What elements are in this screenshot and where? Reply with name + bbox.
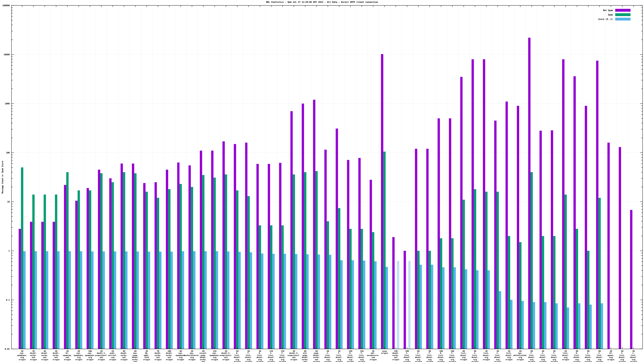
bar-spam xyxy=(168,189,171,349)
y-axis-title: Message Count or Spam Score xyxy=(2,161,4,194)
bar-spam xyxy=(598,198,601,349)
bar-score xyxy=(193,251,196,349)
bar-spam xyxy=(519,242,522,349)
x-group-label: 6@2.list.dnswl.orgorigin xyxy=(415,350,422,362)
bar-spam xyxy=(225,174,227,349)
bar-score xyxy=(431,265,433,349)
bar-spam xyxy=(462,200,465,349)
bar-score xyxy=(499,291,501,349)
x-group-label: 5@Y.list.dnswl.orgorigin xyxy=(245,350,252,362)
bar-not-spam xyxy=(336,128,338,349)
rbl-statistics-window: RBL Statistics - Wed Jul 27 12:58:06 EDT… xyxy=(0,0,644,362)
x-group-label: 5@1.list.dnswl.orgorigin xyxy=(324,350,331,362)
bar-spam xyxy=(66,172,69,349)
bar-not-spam xyxy=(166,170,168,349)
bar-score xyxy=(204,251,207,349)
x-group-label: 6@old.spam.dnsbl.sorbs.netorigin xyxy=(302,350,308,362)
x-group-label: 5@0.list.dnswl.orgorigin xyxy=(234,350,241,362)
bar-not-spam xyxy=(154,182,157,349)
bar-score xyxy=(216,251,218,349)
x-group-label: 2@bl.spamcop.netorigin xyxy=(63,350,72,361)
x-group-label: 2@dnsbl-3.uceprotect.netorigin xyxy=(288,350,300,361)
bar-not-spam xyxy=(222,141,225,349)
bar-spam xyxy=(78,190,80,349)
y-tick-label: 10000 xyxy=(4,53,10,56)
bar-spam xyxy=(123,172,126,349)
bar-spam xyxy=(292,174,295,349)
bar-spam xyxy=(553,236,556,349)
bar-spam xyxy=(372,232,374,349)
x-group-label: 11@Y.list.dnswl.orgorigin xyxy=(279,350,286,362)
bar-score xyxy=(340,260,343,349)
bar-not-spam xyxy=(426,149,429,349)
bar-spam xyxy=(236,190,238,349)
bar-not-spam xyxy=(562,59,564,349)
x-group-label: 2@db.wpbl.infoorigin xyxy=(143,350,150,361)
bar-score xyxy=(397,261,399,349)
bar-spam xyxy=(247,196,250,349)
bar-score xyxy=(386,267,388,349)
x-group-label: 3@1.list.dnswl.orgorigin xyxy=(494,350,501,362)
bar-score xyxy=(238,252,241,349)
bar-spam xyxy=(564,194,567,349)
bar-score xyxy=(125,251,128,349)
x-group-label: 9@2.list.dnswl.orgorigin xyxy=(596,350,603,362)
bar-not-spam xyxy=(132,163,134,349)
x-group-label: 3@list.dnswl.orgorigin xyxy=(483,350,490,361)
x-group-label: 6@Y.list.dnswl.orgorigin xyxy=(426,350,433,362)
bar-not-spam xyxy=(268,164,270,349)
legend-entry: Not Spam xyxy=(603,9,630,12)
y-tick-label: 100 xyxy=(6,152,10,154)
bar-spam xyxy=(214,178,216,349)
bar-score xyxy=(69,251,71,349)
y-tick-label: 10 xyxy=(7,201,10,203)
bar-spam xyxy=(259,225,261,349)
x-group-label: 3@dnsbl.sorbs.netorigin xyxy=(30,350,37,361)
bar-score xyxy=(522,301,524,349)
bar-spam xyxy=(542,236,544,349)
bar-not-spam xyxy=(619,147,621,349)
bar-spam xyxy=(349,229,352,349)
bar-score xyxy=(284,254,286,349)
bar-not-spam xyxy=(98,170,100,349)
bar-score xyxy=(488,270,490,349)
bar-not-spam xyxy=(234,144,236,349)
bar-score xyxy=(465,269,467,349)
bar-not-spam xyxy=(30,222,32,349)
x-group-label: 2@ubl.unsubscore.comorigin xyxy=(367,350,380,361)
bar-spam xyxy=(202,175,204,349)
bar-score xyxy=(442,267,444,349)
bar-not-spam xyxy=(313,100,316,349)
x-group-label: 2@list.dnswl.orgorigin xyxy=(562,350,569,361)
bar-spam xyxy=(44,194,46,349)
chart-title: RBL Statistics - Wed Jul 27 12:58:06 EDT… xyxy=(266,1,378,3)
bar-score xyxy=(318,254,320,349)
bar-not-spam xyxy=(415,149,418,349)
bar-score xyxy=(578,303,580,349)
bar-score xyxy=(601,303,603,349)
bar-not-spam xyxy=(483,59,485,349)
bar-not-spam xyxy=(392,237,395,349)
x-group-label: 2@ips.whitelisted.orgorigin xyxy=(514,350,527,361)
x-group-label: 4@1.list.dnswl.orgorigin xyxy=(630,350,637,362)
x-group-label: 6@spam.dnsbl.sorbs.netorigin xyxy=(313,350,320,362)
bar-score xyxy=(148,252,150,349)
bar-spam xyxy=(496,192,499,349)
bar-score xyxy=(80,251,82,349)
x-group-label: 11@zen.spamhaus.orgorigin xyxy=(210,350,220,361)
legend-label: Spam xyxy=(608,14,613,16)
x-group-label: 6@dnsbl.sorbs.netorigin xyxy=(120,350,128,361)
bar-not-spam xyxy=(279,163,282,349)
bar-not-spam xyxy=(75,201,78,349)
x-group-label: 9@3.list.dnswl.orgorigin xyxy=(472,350,478,362)
x-group-label: 10@2.list.dnswl.orgorigin xyxy=(404,350,410,362)
bar-not-spam xyxy=(551,130,553,349)
bar-spam xyxy=(508,236,510,349)
x-group-label: 10@dnsbl.sorbs.netorigin xyxy=(166,350,173,361)
legend-entry: Spam xyxy=(608,13,630,16)
bar-not-spam xyxy=(64,185,66,349)
bar-not-spam xyxy=(573,76,576,349)
bar-spam xyxy=(440,238,442,349)
bar-score xyxy=(272,254,275,349)
bar-not-spam xyxy=(324,150,327,349)
